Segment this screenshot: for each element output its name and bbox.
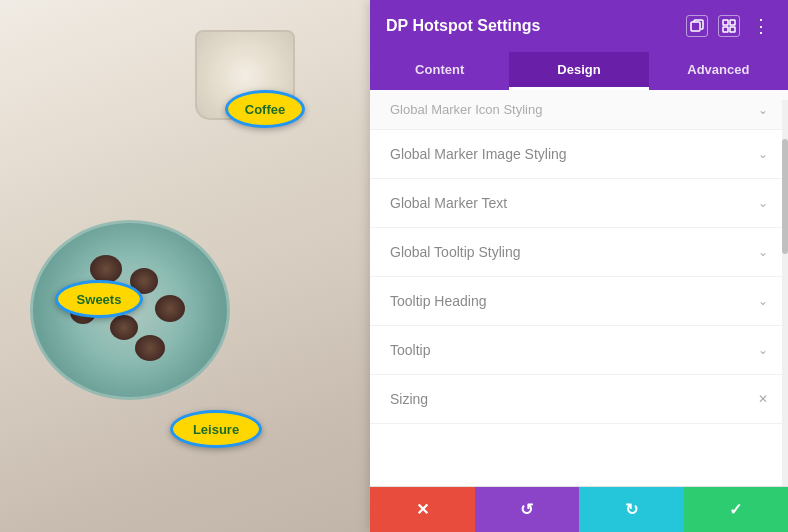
chevron-0: ⌄ xyxy=(758,103,768,117)
setting-global-marker-image[interactable]: Global Marker Image Styling ⌄ xyxy=(370,130,788,179)
settings-panel: DP Hotspot Settings ⋮ Content xyxy=(370,0,788,532)
tab-design[interactable]: Design xyxy=(509,52,648,90)
canvas-area: Coffee Sweets Leisure xyxy=(0,0,370,532)
tabs: Content Design Advanced xyxy=(370,52,788,90)
hotspot-sweets[interactable]: Sweets xyxy=(55,280,143,318)
hotspot-coffee[interactable]: Coffee xyxy=(225,90,305,128)
setting-tooltip[interactable]: Tooltip ⌄ xyxy=(370,326,788,375)
svg-rect-3 xyxy=(723,27,728,32)
tab-advanced[interactable]: Advanced xyxy=(649,52,788,90)
chevron-3: ⌄ xyxy=(758,245,768,259)
choc-4 xyxy=(110,315,138,340)
svg-rect-0 xyxy=(691,22,700,31)
choc-6 xyxy=(135,335,165,361)
tab-content[interactable]: Content xyxy=(370,52,509,90)
chevron-2: ⌄ xyxy=(758,196,768,210)
save-button[interactable]: ✓ xyxy=(684,487,789,532)
setting-global-marker-text[interactable]: Global Marker Text ⌄ xyxy=(370,179,788,228)
hotspot-leisure-label: Leisure xyxy=(193,422,239,437)
setting-sizing[interactable]: Sizing ✕ xyxy=(370,375,788,424)
setting-tooltip-heading[interactable]: Tooltip Heading ⌄ xyxy=(370,277,788,326)
more-options-icon[interactable]: ⋮ xyxy=(750,15,772,37)
chevron-1: ⌄ xyxy=(758,147,768,161)
setting-global-marker-icon[interactable]: Global Marker Icon Styling ⌄ xyxy=(370,90,788,130)
restore-icon[interactable] xyxy=(686,15,708,37)
redo-button[interactable]: ↻ xyxy=(579,487,684,532)
scrollbar[interactable] xyxy=(782,100,788,486)
undo-button[interactable]: ↺ xyxy=(475,487,580,532)
panel-title: DP Hotspot Settings xyxy=(386,17,540,35)
scroll-thumb xyxy=(782,139,788,255)
hotspot-sweets-label: Sweets xyxy=(77,292,122,307)
chevron-5: ⌄ xyxy=(758,343,768,357)
chevron-4: ⌄ xyxy=(758,294,768,308)
bottom-toolbar: ✕ ↺ ↻ ✓ xyxy=(370,486,788,532)
choc-1 xyxy=(90,255,122,283)
setting-global-tooltip-styling[interactable]: Global Tooltip Styling ⌄ xyxy=(370,228,788,277)
svg-rect-2 xyxy=(730,20,735,25)
chevron-6: ✕ xyxy=(758,392,768,406)
header-icons: ⋮ xyxy=(686,15,772,37)
choc-3 xyxy=(155,295,185,322)
settings-list: Global Marker Icon Styling ⌄ Global Mark… xyxy=(370,90,788,486)
background-image: Coffee Sweets Leisure xyxy=(0,0,370,532)
svg-rect-4 xyxy=(730,27,735,32)
grid-icon[interactable] xyxy=(718,15,740,37)
hotspot-leisure[interactable]: Leisure xyxy=(170,410,262,448)
panel-header: DP Hotspot Settings ⋮ xyxy=(370,0,788,52)
cancel-button[interactable]: ✕ xyxy=(370,487,475,532)
svg-rect-1 xyxy=(723,20,728,25)
hotspot-coffee-label: Coffee xyxy=(245,102,285,117)
